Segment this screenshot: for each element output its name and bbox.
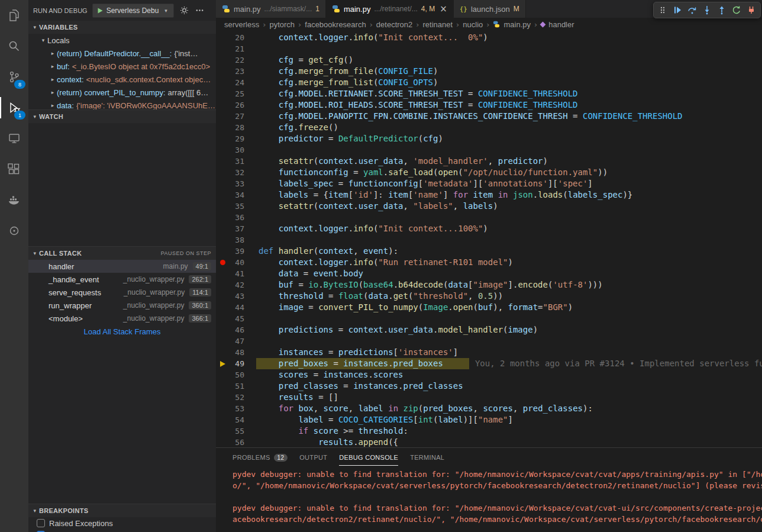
variable-row[interactable]: ▸data:{'image': 'iVBORw0KGgoAAAANSUhE…	[28, 99, 216, 109]
code-line[interactable]: 37 context.logger.info("Init context...1…	[216, 223, 762, 234]
breadcrumb-item[interactable]: facebookresearch	[305, 20, 366, 29]
code-line[interactable]: 32 functionconfig = yaml.safe_load(open(…	[216, 167, 762, 178]
breakpoint-row[interactable]: Raised Exceptions	[28, 517, 216, 529]
restart-button[interactable]	[729, 3, 744, 17]
activity-explorer-button[interactable]	[0, 0, 28, 31]
breakpoint-gutter[interactable]	[216, 392, 229, 403]
code-line[interactable]: 43 threshold = float(data.get("threshold…	[216, 291, 762, 302]
code-line[interactable]: 45	[216, 313, 762, 324]
breakpoint-gutter[interactable]	[216, 223, 229, 234]
breakpoint-gutter[interactable]	[216, 99, 229, 111]
breakpoint-gutter[interactable]	[216, 32, 229, 43]
start-debug-icon[interactable]	[96, 7, 104, 14]
code-line[interactable]: 20 context.logger.info("Init context... …	[216, 32, 762, 43]
activity-remote-explorer-button[interactable]	[0, 123, 28, 154]
breadcrumb-item[interactable]: main.py	[503, 20, 531, 29]
breakpoint-checkbox[interactable]	[37, 519, 45, 527]
breakpoint-gutter[interactable]	[216, 324, 229, 336]
code-line[interactable]: 28 cfg.freeze()	[216, 122, 762, 133]
breadcrumb-item[interactable]: retinanet	[422, 20, 453, 29]
breakpoint-gutter[interactable]	[216, 122, 229, 133]
code-line[interactable]: 25 cfg.MODEL.RETINANET.SCORE_THRESH_TEST…	[216, 88, 762, 99]
call-stack-section-header[interactable]: ▾ CALL STACK PAUSED ON STEP	[28, 246, 216, 260]
code-line[interactable]: 31 setattr(context.user_data, 'model_han…	[216, 156, 762, 167]
code-line[interactable]: 27 cfg.MODEL.PANOPTIC_FPN.COMBINE.INSTAN…	[216, 111, 762, 122]
code-line[interactable]: 44 image = convert_PIL_to_numpy(Image.op…	[216, 302, 762, 313]
stack-frame-row[interactable]: serve_requests_nuclio_wrapper.py114:1	[28, 286, 216, 299]
activity-search-button[interactable]	[0, 31, 28, 62]
variables-section-header[interactable]: ▾ VARIABLES	[28, 21, 216, 34]
breakpoint-gutter[interactable]	[216, 403, 229, 414]
breakpoint-gutter[interactable]	[216, 234, 229, 246]
breakpoint-gutter[interactable]	[216, 212, 229, 223]
activity-circle-extension-button[interactable]	[0, 215, 28, 246]
breakpoint-gutter[interactable]	[216, 313, 229, 324]
code-line[interactable]: 24 cfg.merge_from_list(CONFIG_OPTS)	[216, 77, 762, 88]
tab-output[interactable]: OUTPUT	[299, 448, 327, 466]
breakpoint-gutter[interactable]	[216, 336, 229, 347]
code-line[interactable]: 40 context.logger.info("Run retinanet-R1…	[216, 257, 762, 268]
code-line[interactable]: 52 results = []	[216, 392, 762, 403]
code-line[interactable]: 42 buf = io.BytesIO(base64.b64decode(dat…	[216, 279, 762, 291]
code-line[interactable]: 29 predictor = DefaultPredictor(cfg)	[216, 133, 762, 144]
activity-run-and-debug-button[interactable]: 1	[0, 92, 28, 123]
breakpoint-gutter[interactable]	[216, 133, 229, 144]
breakpoint-gutter[interactable]	[216, 268, 229, 279]
locals-scope-row[interactable]: ▾ Locals	[28, 34, 216, 47]
variable-row[interactable]: ▸buf:<_io.BytesIO object at 0x7f5a2dc1ec…	[28, 60, 216, 73]
step-into-button[interactable]	[700, 3, 714, 17]
code-line[interactable]: 39def handler(context, event):	[216, 246, 762, 257]
breakpoint-gutter[interactable]	[216, 77, 229, 88]
breakpoint-gutter[interactable]	[216, 302, 229, 313]
step-over-button[interactable]	[685, 3, 699, 17]
breakpoint-gutter[interactable]	[216, 54, 229, 66]
breakpoint-gutter[interactable]	[216, 43, 229, 54]
activity-extensions-button[interactable]	[0, 154, 28, 185]
tab-launch-json[interactable]: {} launch.json M	[454, 0, 526, 18]
breakpoint-gutter[interactable]	[216, 257, 229, 268]
breakpoint-gutter[interactable]	[216, 369, 229, 381]
tab-problems[interactable]: PROBLEMS 12	[233, 448, 288, 466]
debug-console-output[interactable]: pydev debugger: unable to find translati…	[216, 466, 762, 532]
code-line[interactable]: 23 cfg.merge_from_file(CONFIG_FILE)	[216, 66, 762, 77]
code-line[interactable]: 36	[216, 212, 762, 223]
code-line[interactable]: 30	[216, 144, 762, 156]
code-line[interactable]: 47	[216, 336, 762, 347]
more-actions-icon[interactable]	[194, 5, 205, 16]
breadcrumb-item[interactable]: handler	[548, 20, 574, 29]
breakpoint-gutter[interactable]	[216, 347, 229, 358]
code-line[interactable]: 41 data = event.body	[216, 268, 762, 279]
tab-debug-console[interactable]: DEBUG CONSOLE	[339, 448, 398, 466]
drag-handle-icon[interactable]	[656, 3, 670, 17]
variable-row[interactable]: ▸(return) convert_PIL_to_numpy:array([[[…	[28, 86, 216, 99]
code-line[interactable]: 50 scores = instances.scores	[216, 369, 762, 381]
breakpoint-gutter[interactable]	[216, 425, 229, 437]
code-line[interactable]: 48 instances = predictions['instances']	[216, 347, 762, 358]
breadcrumb-item[interactable]: serverless	[224, 20, 259, 29]
breakpoint-icon[interactable]	[220, 260, 225, 265]
breakpoint-row[interactable]: ✓Uncaught Exceptions	[28, 529, 216, 532]
breakpoint-gutter[interactable]	[216, 414, 229, 425]
code-line[interactable]: 54 label = COCO_CATEGORIES[int(label)]["…	[216, 414, 762, 425]
code-line[interactable]: 53 for box, score, label in zip(pred_box…	[216, 403, 762, 414]
code-line[interactable]: 46 predictions = context.user_data.model…	[216, 324, 762, 336]
stack-frame-row[interactable]: run_wrapper_nuclio_wrapper.py360:1	[28, 299, 216, 312]
breakpoint-gutter[interactable]	[216, 381, 229, 392]
breakpoint-gutter[interactable]	[216, 88, 229, 99]
code-line[interactable]: 55 if score >= threshold:	[216, 425, 762, 437]
breadcrumb-item[interactable]: detectron2	[376, 20, 412, 29]
activity-source-control-button[interactable]: 8	[0, 62, 28, 92]
load-all-stack-frames-link[interactable]: Load All Stack Frames	[28, 325, 216, 338]
stack-frame-row[interactable]: handlermain.py49:1	[28, 260, 216, 273]
breakpoint-gutter[interactable]	[216, 201, 229, 212]
code-line[interactable]: 35 setattr(context.user_data, "labels", …	[216, 201, 762, 212]
breakpoint-gutter[interactable]	[216, 144, 229, 156]
step-out-button[interactable]	[715, 3, 729, 17]
breakpoints-section-header[interactable]: ▾ BREAKPOINTS	[28, 504, 216, 517]
stack-frame-row[interactable]: <module>_nuclio_wrapper.py366:1	[28, 312, 216, 325]
variable-row[interactable]: ▸(return) DefaultPredictor.__call__:{'in…	[28, 47, 216, 60]
code-line[interactable]: 34 labels = {item['id']: item['name'] fo…	[216, 189, 762, 201]
breakpoint-gutter[interactable]	[216, 167, 229, 178]
breakpoint-gutter[interactable]	[216, 291, 229, 302]
code-line[interactable]: 51 pred_classes = instances.pred_classes	[216, 381, 762, 392]
